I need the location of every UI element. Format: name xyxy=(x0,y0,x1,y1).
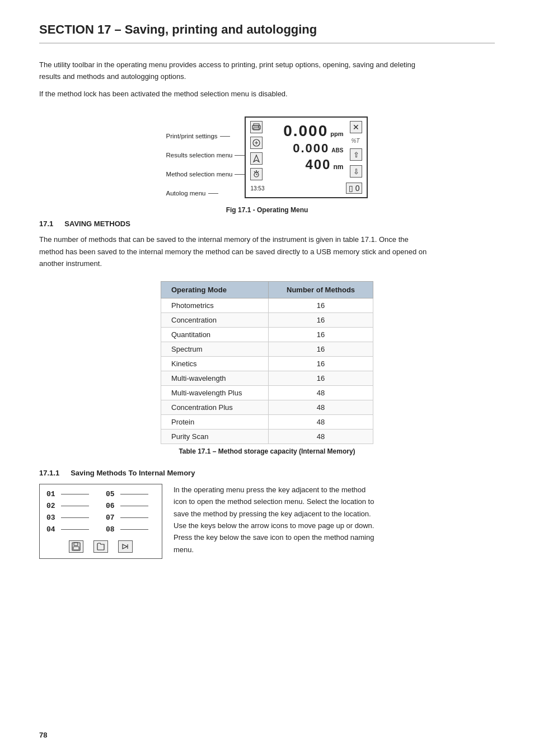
autolog-icon xyxy=(250,168,263,180)
table-cell-mode: Spectrum xyxy=(161,342,269,356)
print-icon xyxy=(250,121,263,133)
section-17-1-number: 17.1 xyxy=(39,220,53,228)
table-row: Protein48 xyxy=(161,414,373,429)
label-results-dash xyxy=(235,155,245,156)
slot-num: 01 xyxy=(46,490,59,498)
table-row: Kinetics16 xyxy=(161,356,373,371)
methods-table: Operating Mode Number of Methods Photome… xyxy=(161,281,373,444)
slot-num: 08 xyxy=(106,525,118,534)
svg-marker-7 xyxy=(254,155,259,162)
table-row: Concentration Plus48 xyxy=(161,400,373,414)
close-icon: ✕ xyxy=(350,121,362,133)
label-print-text: Print/print settings xyxy=(166,133,218,139)
table-cell-count: 16 xyxy=(269,298,373,312)
diagram-labels: Print/print settings Results selection m… xyxy=(166,116,245,203)
table-cell-count: 16 xyxy=(269,342,373,356)
inst-icons-left xyxy=(250,121,263,180)
label-method-dash xyxy=(235,174,245,175)
instrument-display: 0.000 ppm 0.000 ABS 400 nm xyxy=(245,116,368,198)
label-results-text: Results selection menu xyxy=(166,152,233,158)
table-cell-mode: Concentration xyxy=(161,312,269,327)
table-row: Purity Scan48 xyxy=(161,429,373,444)
reading-nm-value: 400 xyxy=(305,157,331,172)
save-desc-text: In the operating menu press the key adja… xyxy=(174,484,381,556)
table-cell-count: 48 xyxy=(269,429,373,444)
table-cell-count: 16 xyxy=(269,356,373,371)
inst-time: 13:53 xyxy=(250,185,264,192)
method-icon xyxy=(250,152,263,165)
reading-nm-unit: nm xyxy=(333,163,343,171)
slot-line xyxy=(120,529,148,530)
table-cell-mode: Concentration Plus xyxy=(161,400,269,414)
label-autolog-text: Autolog menu xyxy=(166,190,206,197)
table-col2-header: Number of Methods xyxy=(269,281,373,298)
page-number: 78 xyxy=(39,731,47,739)
table-cell-mode: Quantitation xyxy=(161,327,269,342)
page: SECTION 17 – Saving, printing and autolo… xyxy=(0,0,534,756)
table-cell-count: 16 xyxy=(269,371,373,385)
section-title: SECTION 17 – Saving, printing and autolo… xyxy=(39,22,495,44)
table-row: Quantitation16 xyxy=(161,327,373,342)
saving-methods-body: The number of methods that can be saved … xyxy=(39,234,431,269)
table-col1-header: Operating Mode xyxy=(161,281,269,298)
svg-point-3 xyxy=(258,127,259,128)
table-cell-count: 16 xyxy=(269,312,373,327)
slot-item: 04 xyxy=(46,525,96,534)
table-cell-mode: Purity Scan xyxy=(161,429,269,444)
table-row: Multi-wavelength Plus48 xyxy=(161,385,373,400)
subsection-17-1-1-heading-row: 17.1.1 Saving Methods To Internal Memory xyxy=(39,469,495,477)
figure-operating-menu: Print/print settings Results selection m… xyxy=(39,116,495,214)
svg-rect-15 xyxy=(74,543,78,545)
arrow-right-icon xyxy=(118,540,133,553)
svg-rect-16 xyxy=(73,547,79,550)
reading-abs-unit: ABS xyxy=(331,147,343,153)
slot-line xyxy=(61,494,89,494)
label-method-text: Method selection menu xyxy=(166,171,233,178)
slot-item: 08 xyxy=(106,525,155,534)
slot-item: 02 xyxy=(46,502,96,510)
arrow-down-icon: ⇩ xyxy=(350,165,362,178)
slot-item: 01 xyxy=(46,490,96,498)
reading-ppm-value: 0.000 xyxy=(283,122,328,140)
slot-line xyxy=(61,517,89,518)
figure-caption: Fig 17.1 - Operating Menu xyxy=(226,206,308,214)
intro-paragraph-2: If the method lock has been activated th… xyxy=(39,88,431,100)
slot-num: 07 xyxy=(106,514,118,522)
section-17-1-title: SAVING METHODS xyxy=(64,220,130,228)
table-cell-count: 48 xyxy=(269,414,373,429)
slot-item: 06 xyxy=(106,502,155,510)
table-cell-count: 48 xyxy=(269,400,373,414)
zero-icon: ▯ 0 xyxy=(346,183,363,194)
reading-ppm-unit: ppm xyxy=(330,130,343,137)
table-cell-mode: Protein xyxy=(161,414,269,429)
results-icon xyxy=(250,137,263,149)
slot-num: 02 xyxy=(46,502,59,510)
table-cell-mode: Kinetics xyxy=(161,356,269,371)
label-results: Results selection menu xyxy=(166,146,245,165)
table-cell-mode: Multi-wavelength Plus xyxy=(161,385,269,400)
label-print: Print/print settings xyxy=(166,127,245,146)
slot-num: 04 xyxy=(46,525,59,534)
slot-num: 05 xyxy=(106,490,118,498)
diagram-wrapper: Print/print settings Results selection m… xyxy=(166,116,368,203)
disk-save-icon xyxy=(69,540,83,553)
table-row: Spectrum16 xyxy=(161,342,373,356)
slot-item: 03 xyxy=(46,514,96,522)
subsection-17-1-1-number: 17.1.1 xyxy=(39,469,59,477)
slot-num: 06 xyxy=(106,502,118,510)
slot-icons-row xyxy=(46,540,155,553)
method-slots-box: 0105020603070408 xyxy=(39,484,162,559)
table-cell-count: 48 xyxy=(269,385,373,400)
table-caption: Table 17.1 – Method storage capacity (In… xyxy=(179,447,355,455)
slot-num: 03 xyxy=(46,514,59,522)
slot-item: 07 xyxy=(106,514,155,522)
subsection-17-1-1-title: Saving Methods To Internal Memory xyxy=(71,469,195,477)
table-row: Multi-wavelength16 xyxy=(161,371,373,385)
arrow-up-icon: ⇧ xyxy=(350,148,362,161)
section-17-1-heading-row: 17.1 SAVING METHODS xyxy=(39,220,495,228)
slot-line xyxy=(61,506,89,506)
slot-line xyxy=(120,494,148,494)
inst-right-icons: ✕ %T ⇧ ⇩ xyxy=(350,121,362,178)
label-autolog-dash xyxy=(208,193,218,194)
slot-line xyxy=(120,506,148,506)
